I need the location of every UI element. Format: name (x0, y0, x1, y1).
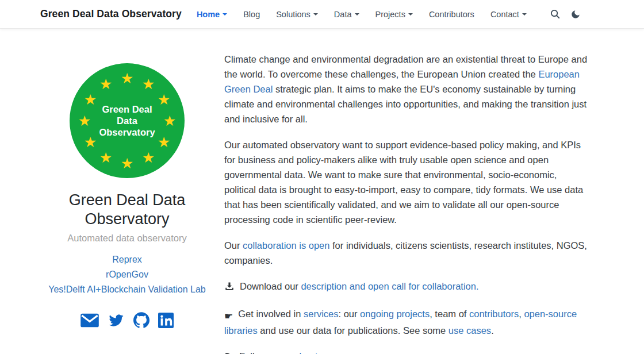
star-icon: ★ (99, 151, 112, 165)
search-icon[interactable] (549, 8, 561, 21)
paragraph-text: Our (224, 240, 243, 251)
site-brand[interactable]: Green Deal Data Observatory (40, 8, 182, 20)
rss-icon (224, 351, 234, 354)
star-icon: ★ (78, 114, 91, 128)
sidebar-link[interactable]: Yes!Delft AI+Blockchain Validation Lab (34, 282, 220, 297)
page-title: Green Deal Data Observatory (34, 191, 220, 229)
inline-link[interactable]: services (304, 309, 339, 319)
inline-link[interactable]: ongoing projects (360, 309, 430, 319)
nav-item-projects[interactable]: Projects (375, 10, 413, 19)
nav-item-solutions[interactable]: Solutions (276, 10, 318, 19)
page-subtitle: Automated data observatory (34, 233, 220, 244)
paragraph: Download our description and open call f… (224, 279, 588, 295)
logo-text-line: Data (117, 115, 137, 126)
nav-item-contributors[interactable]: Contributors (429, 10, 474, 19)
paragraph-text: . (491, 325, 494, 336)
star-icon: ★ (121, 156, 133, 171)
top-navbar: Green Deal Data Observatory HomeBlogSolu… (0, 0, 644, 29)
main-content: Climate change and environmental degrada… (224, 52, 588, 354)
twitter-icon[interactable] (108, 313, 125, 328)
paragraph: Follow news about us. (224, 349, 588, 354)
nav-item-data[interactable]: Data (334, 10, 359, 19)
sidebar-link[interactable]: Reprex (34, 252, 220, 267)
paragraph-text: strategic plan. It aims to make the EU's… (224, 84, 586, 124)
star-icon: ★ (142, 76, 155, 91)
star-icon: ★ (99, 76, 112, 91)
github-icon[interactable] (133, 312, 150, 328)
inline-link[interactable]: use cases (448, 325, 491, 336)
paragraph-text: Climate change and environmental degrada… (224, 54, 587, 79)
star-icon: ★ (163, 114, 176, 128)
green-deal-logo: Green DealDataObservatory ★★★★★★★★★★★★ (70, 63, 185, 178)
paragraph-text: , team of (430, 309, 469, 319)
paragraph-text: Get involved in (238, 309, 304, 319)
email-icon[interactable] (80, 313, 99, 328)
paragraph-text: and use our data for publications. See s… (258, 325, 448, 336)
star-icon: ★ (142, 151, 155, 165)
paragraph: Our automated observatory want to suppor… (224, 137, 588, 227)
inline-link[interactable]: collaboration is open (243, 240, 329, 251)
sidebar-links: ReprexrOpenGovYes!Delft AI+Blockchain Va… (34, 252, 220, 297)
sidebar-link[interactable]: rOpenGov (34, 267, 220, 282)
inline-link[interactable]: description and open call for collaborat… (301, 281, 478, 291)
social-row (34, 312, 220, 328)
logo-text-line: Observatory (99, 126, 155, 138)
linkedin-icon[interactable] (158, 313, 174, 328)
sidebar: Green DealDataObservatory ★★★★★★★★★★★★ G… (34, 52, 220, 354)
star-icon: ★ (158, 135, 170, 149)
logo-text-line: Green Deal (102, 103, 152, 115)
inline-link[interactable]: contributors (469, 309, 519, 319)
chevron-down-icon (522, 13, 527, 16)
paragraph-text: , (519, 309, 524, 319)
nav-item-blog[interactable]: Blog (243, 10, 260, 19)
nav-items: HomeBlogSolutionsDataProjectsContributor… (197, 10, 543, 19)
paragraph-text: Follow (239, 351, 269, 354)
hand-point-right-icon: ☛ (224, 308, 233, 323)
page-body: Green DealDataObservatory ★★★★★★★★★★★★ G… (0, 29, 644, 354)
paragraph-text: : our (339, 309, 361, 319)
nav-tools (549, 8, 582, 21)
paragraph-text: Our automated observatory want to suppor… (224, 140, 583, 225)
star-icon: ★ (84, 93, 97, 107)
nav-item-home[interactable]: Home (197, 10, 227, 19)
paragraph: Climate change and environmental degrada… (224, 52, 588, 126)
paragraph: Our collaboration is open for individual… (224, 238, 588, 268)
star-icon: ★ (84, 135, 97, 149)
chevron-down-icon (355, 13, 359, 16)
nav-item-contact[interactable]: Contact (490, 10, 527, 19)
chevron-down-icon (408, 13, 413, 16)
download-icon (224, 280, 235, 295)
paragraph-text: Download our (240, 281, 301, 291)
inline-link[interactable]: news about us. (269, 351, 333, 354)
paragraph: ☛Get involved in services: our ongoing p… (224, 306, 588, 338)
star-icon: ★ (158, 93, 170, 107)
star-icon: ★ (121, 71, 133, 86)
chevron-down-icon (223, 13, 227, 16)
chevron-down-icon (313, 13, 318, 16)
dark-mode-icon[interactable] (569, 8, 582, 21)
